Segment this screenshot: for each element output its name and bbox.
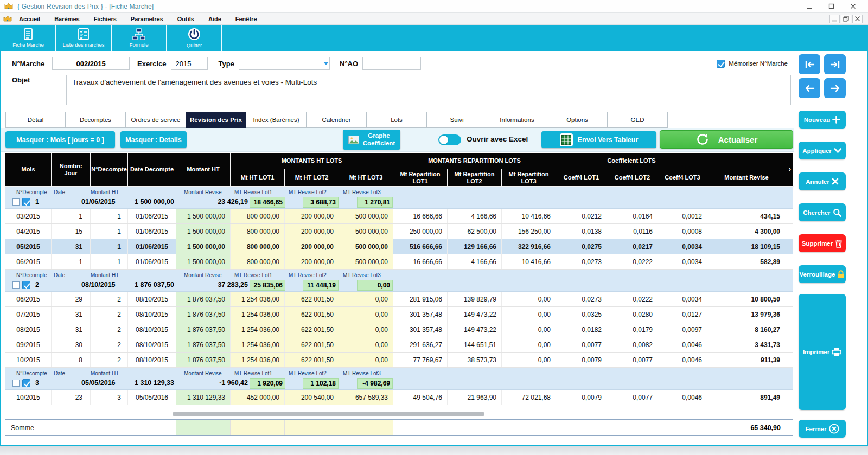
- tab-index-baremes[interactable]: Index (Barémes): [246, 112, 307, 128]
- memoriser-checkbox[interactable]: Mémoriser N°Marche: [717, 60, 788, 68]
- type-select[interactable]: [239, 57, 330, 70]
- tab-ordres-de-service[interactable]: Ordres de service: [126, 112, 186, 128]
- tab-lots[interactable]: Lots: [367, 112, 427, 128]
- menu-item-fenetre[interactable]: Fenêtre: [228, 16, 264, 22]
- first-icon: [805, 61, 815, 68]
- masquer-mois-button[interactable]: Masquer : Mois [ jours = 0 ]: [5, 131, 115, 148]
- table-row[interactable]: 05/201531101/06/20151 500 000,00800 000,…: [5, 239, 793, 254]
- group-checkbox[interactable]: [22, 281, 30, 289]
- group-checkbox[interactable]: [22, 198, 30, 206]
- column-header-montant-revise[interactable]: Montant Revise: [707, 169, 786, 187]
- maximize-button[interactable]: [820, 1, 842, 12]
- scrollbar-thumb[interactable]: [173, 412, 484, 416]
- masquer-details-button[interactable]: Masquer : Details: [120, 131, 187, 148]
- toolbar-liste-des-marches[interactable]: Liste des marches: [56, 25, 112, 51]
- exercice-input[interactable]: [171, 57, 208, 70]
- column-header-n-decompte[interactable]: N°Decompte: [91, 153, 128, 187]
- menu-item-aide[interactable]: Aide: [201, 16, 228, 22]
- envoi-tableur-button[interactable]: Envoi Vers Tableur: [541, 131, 656, 148]
- tab-calendrier[interactable]: Calendrier: [307, 112, 367, 128]
- objet-textarea[interactable]: Travaux d'achèvement de l'aménagement de…: [66, 75, 791, 105]
- column-header-coeff4-lot2[interactable]: Coeff4 LOT2: [607, 169, 658, 187]
- imprimer-button[interactable]: Imprimer: [799, 294, 846, 410]
- nav-previous-button[interactable]: [799, 78, 820, 98]
- minimize-button[interactable]: [799, 1, 820, 12]
- table-row[interactable]: 06/20151101/06/20151 500 000,00800 000,0…: [5, 254, 793, 270]
- column-header-mt-ht-lot2[interactable]: Mt HT LOT2: [285, 169, 339, 187]
- horizontal-scrollbar[interactable]: [5, 412, 793, 416]
- collapse-toggle-icon[interactable]: [12, 198, 20, 206]
- table-row[interactable]: 04/201515101/06/20151 500 000,00800 000,…: [5, 224, 793, 239]
- form-row-2: Objet Travaux d'achèvement de l'aménagem…: [12, 75, 867, 105]
- child-minimize-button[interactable]: [829, 15, 840, 23]
- actualiser-button[interactable]: Actualiser: [660, 130, 793, 149]
- app-logo-icon: [4, 2, 13, 10]
- tab-informations[interactable]: Informations: [487, 112, 547, 128]
- appliquer-button[interactable]: Appliquer: [799, 142, 846, 159]
- tab-revision-des-prix[interactable]: Révision des Prix: [186, 112, 246, 128]
- menu-item-outils[interactable]: Outils: [170, 16, 201, 22]
- summary-cell-green: [176, 420, 231, 435]
- column-header-mt-ht-lot3[interactable]: Mt HT LOT3: [339, 169, 393, 187]
- tab-ged[interactable]: GED: [608, 112, 668, 128]
- window-shadow: [0, 446, 868, 455]
- excel-toggle[interactable]: [438, 134, 461, 145]
- column-header-coeff4-lot3[interactable]: Coeff4 LOT3: [658, 169, 707, 187]
- column-header-date-decompte[interactable]: Date Decompte: [128, 153, 176, 187]
- toolbar-formule[interactable]: Formule: [112, 25, 167, 51]
- table-row[interactable]: 08/201531208/10/20151 876 037,501 254 03…: [5, 322, 793, 337]
- sidebar: NouveauAppliquerAnnulerChercherSupprimer…: [797, 51, 848, 444]
- group-row: N°DecompteDateMontant HT101/06/20151 500…: [5, 187, 793, 209]
- nav-first-button[interactable]: [799, 54, 820, 74]
- nav-next-button[interactable]: [824, 78, 846, 98]
- n-ao-input[interactable]: [362, 57, 421, 70]
- column-header-montant-ht[interactable]: Montant HT: [176, 153, 231, 187]
- menu-item-fichiers[interactable]: Fichiers: [87, 16, 124, 22]
- refresh-icon: [695, 132, 710, 146]
- fermer-button[interactable]: Fermer: [799, 420, 846, 438]
- toolbar-fiche-marche[interactable]: Fiche Marche: [1, 25, 56, 51]
- collapse-toggle-icon[interactable]: [12, 281, 20, 289]
- close-button[interactable]: [842, 1, 864, 12]
- tab-decomptes[interactable]: Decomptes: [66, 112, 126, 128]
- nav-last-button[interactable]: [824, 54, 846, 74]
- table-row[interactable]: 10/20158208/10/20151 876 037,501 254 036…: [5, 353, 793, 368]
- column-header-coeff4-lot1[interactable]: Coeff4 LOT1: [556, 169, 607, 187]
- column-header-mois[interactable]: Mois: [5, 153, 52, 187]
- menu-item-parametres[interactable]: Parametres: [124, 16, 170, 22]
- verrouillage-button[interactable]: Verrouillage: [799, 265, 846, 283]
- collapse-toggle-icon[interactable]: [12, 380, 20, 387]
- tab-suivi[interactable]: Suivi: [427, 112, 487, 128]
- table-row[interactable]: 03/20151101/06/20151 500 000,00800 000,0…: [5, 209, 793, 224]
- table-row[interactable]: 07/201531208/10/20151 876 037,501 254 03…: [5, 307, 793, 322]
- column-header-mt-repartition-lot1[interactable]: Mt Repartition LOT1: [393, 169, 448, 187]
- annuler-button[interactable]: Annuler: [799, 172, 846, 190]
- table-row[interactable]: 06/201529208/10/20151 876 037,501 254 03…: [5, 292, 793, 307]
- table-row[interactable]: 09/201530208/10/20151 876 037,501 254 03…: [5, 337, 793, 353]
- column-header-mt-ht-lot1[interactable]: Mt HT LOT1: [231, 169, 285, 187]
- nouveau-button[interactable]: Nouveau: [799, 111, 846, 129]
- envoi-tableur-label: Envoi Vers Tableur: [578, 136, 639, 144]
- group-row: N°DecompteDateMontant HT208/10/20151 876…: [5, 270, 793, 292]
- chercher-button[interactable]: Chercher: [799, 203, 846, 221]
- tab-options[interactable]: Options: [547, 112, 608, 128]
- group-header-coefficient-lots: Coefficient LOTS: [556, 153, 707, 169]
- menu-item-accueil[interactable]: Accueil: [12, 16, 47, 22]
- child-restore-button[interactable]: [841, 15, 851, 23]
- table-row[interactable]: 10/201523305/05/20161 310 129,33452 000,…: [5, 390, 793, 405]
- n-marche-input[interactable]: [52, 57, 130, 70]
- toolbar-quitter[interactable]: Quitter: [167, 25, 222, 51]
- masquer-details-label: Masquer : Details: [125, 136, 182, 144]
- column-header-mt-repartition-lot2[interactable]: Mt Repartition LOT2: [448, 169, 502, 187]
- child-close-button[interactable]: [852, 15, 863, 23]
- graphe-coefficient-button[interactable]: GrapheCoefficient: [343, 130, 400, 150]
- header-scroll-arrow-icon[interactable]: ›: [786, 153, 794, 187]
- column-header-mt-repartition-lot3[interactable]: Mt Repartition LOT3: [502, 169, 556, 187]
- group-checkbox[interactable]: [22, 379, 30, 387]
- tab-detail[interactable]: Détail: [5, 112, 66, 128]
- column-header-nombre-jour[interactable]: Nombre Jour: [52, 153, 91, 187]
- prev-icon: [805, 85, 815, 92]
- menu-item-baremes[interactable]: Barèmes: [47, 16, 86, 22]
- group-montant-ht: 1 876 037,50: [135, 281, 174, 289]
- supprimer-button[interactable]: Supprimer: [799, 234, 846, 252]
